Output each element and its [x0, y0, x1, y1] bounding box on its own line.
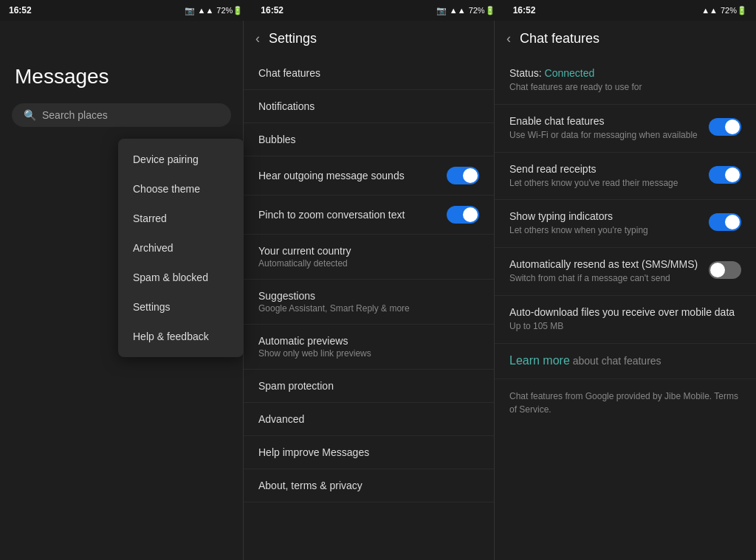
panel-settings: ‹ Settings Chat features Notifications B…: [244, 21, 495, 560]
settings-label-country: Your current country: [258, 245, 479, 257]
status-section-3: 16:52 ▲▲ 72%🔋: [504, 0, 756, 21]
battery-1: 72%🔋: [216, 6, 243, 15]
battery-3: 72%🔋: [721, 6, 747, 15]
settings-title: Settings: [269, 31, 317, 46]
toggle-knob-pinch-zoom: [463, 207, 478, 222]
dropdown-item-choose-theme[interactable]: Choose theme: [118, 174, 244, 204]
settings-label-pinch-zoom: Pinch to zoom conversation text: [258, 209, 447, 221]
chat-features-back-button[interactable]: ‹: [506, 31, 511, 46]
chat-status-label: Status: Connected: [509, 67, 741, 79]
chat-sub-download: Up to 105 MB: [509, 320, 741, 333]
status-section-1: 16:52 📷 ▲▲ 16:52 72%🔋: [0, 0, 252, 21]
chat-footer: Chat features from Google provided by Ji…: [495, 379, 756, 426]
settings-item-bubbles[interactable]: Bubbles: [244, 123, 494, 156]
signal-icon: ▲▲: [198, 6, 214, 15]
signal-icon-2: ▲▲: [450, 6, 466, 15]
settings-back-button[interactable]: ‹: [255, 31, 260, 46]
status-label-text: Status:: [509, 67, 542, 79]
signal-icon-3: ▲▲: [701, 6, 718, 15]
settings-item-country[interactable]: Your current country Automatically detec…: [244, 235, 494, 280]
dropdown-item-starred[interactable]: Starred: [118, 204, 244, 233]
dropdown-item-settings[interactable]: Settings: [118, 292, 244, 322]
chat-item-enable[interactable]: Enable chat features Use Wi-Fi or data f…: [495, 105, 756, 153]
settings-item-help-improve[interactable]: Help improve Messages: [244, 436, 494, 469]
status-section-2: 16:52 📷 ▲▲ 72%🔋: [252, 0, 504, 21]
camera-icon-2: 📷: [436, 6, 447, 15]
settings-item-advanced[interactable]: Advanced: [244, 403, 494, 436]
settings-item-suggestions[interactable]: Suggestions Google Assistant, Smart Repl…: [244, 280, 494, 325]
toggle-knob-typing: [725, 215, 740, 229]
settings-item-pinch-zoom[interactable]: Pinch to zoom conversation text: [244, 196, 494, 235]
toggle-enable-chat[interactable]: [709, 118, 741, 136]
settings-item-previews[interactable]: Automatic previews Show only web link pr…: [244, 325, 494, 370]
settings-label-about: About, terms & privacy: [258, 480, 479, 491]
chat-status-item: Status: Connected Chat features are read…: [495, 57, 756, 105]
dropdown-item-archived[interactable]: Archived: [118, 233, 244, 263]
settings-sub-previews: Show only web link previews: [258, 348, 479, 359]
settings-label-advanced: Advanced: [258, 413, 479, 425]
status-icons-1: 📷 ▲▲ 16:52 72%🔋: [185, 6, 244, 15]
status-icons-3: ▲▲ 72%🔋: [701, 6, 747, 15]
chat-label-resend: Automatically resend as text (SMS/MMS): [509, 258, 700, 270]
settings-item-spam[interactable]: Spam protection: [244, 370, 494, 403]
chat-label-enable: Enable chat features: [509, 115, 700, 127]
toggle-knob-read-receipts: [725, 167, 740, 182]
settings-item-notifications[interactable]: Notifications: [244, 90, 494, 123]
toggle-knob-enable-chat: [725, 120, 740, 134]
settings-sub-suggestions: Google Assistant, Smart Reply & more: [258, 303, 479, 314]
messages-title: Messages: [0, 21, 243, 103]
chat-sub-enable: Use Wi-Fi or data for messaging when ava…: [509, 129, 700, 142]
status-time-3: 16:52: [513, 5, 536, 15]
chat-learn-more-row: Learn more about chat features: [495, 344, 756, 380]
search-placeholder: Search places: [42, 109, 108, 121]
chat-sub-typing: Let others know when you're typing: [509, 224, 700, 237]
settings-item-about[interactable]: About, terms & privacy: [244, 469, 494, 502]
settings-label-chat-features: Chat features: [258, 67, 479, 79]
chat-item-read-receipts[interactable]: Send read receipts Let others know you'v…: [495, 153, 756, 201]
search-icon: 🔍: [24, 109, 36, 121]
settings-label-hear-sounds: Hear outgoing message sounds: [258, 170, 447, 182]
chat-sub-read-receipts: Let others know you've read their messag…: [509, 177, 700, 190]
settings-label-help-improve: Help improve Messages: [258, 446, 479, 458]
settings-item-hear-sounds[interactable]: Hear outgoing message sounds: [244, 156, 494, 196]
search-bar[interactable]: 🔍 Search places: [12, 103, 231, 127]
dropdown-item-device-pairing[interactable]: Device pairing: [118, 145, 244, 174]
settings-item-chat-features[interactable]: Chat features: [244, 57, 494, 90]
toggle-knob-resend: [710, 263, 725, 277]
settings-label-bubbles: Bubbles: [258, 134, 479, 145]
status-bar: 16:52 📷 ▲▲ 16:52 72%🔋 16:52 📷 ▲▲ 72%🔋 16…: [0, 0, 756, 21]
settings-label-spam: Spam protection: [258, 380, 479, 392]
chat-features-header: ‹ Chat features: [495, 21, 756, 57]
camera-icon: 📷: [185, 6, 195, 15]
dropdown-menu: Device pairing Choose theme Starred Arch…: [118, 139, 244, 357]
learn-more-link[interactable]: Learn more: [509, 354, 570, 367]
panel-messages: Messages 🔍 Search places Device pairing …: [0, 21, 244, 560]
main-content: Messages 🔍 Search places Device pairing …: [0, 21, 756, 560]
chat-item-typing[interactable]: Show typing indicators Let others know w…: [495, 200, 756, 248]
toggle-typing[interactable]: [709, 213, 741, 231]
status-connected-text: Connected: [545, 67, 595, 79]
toggle-knob-hear-sounds: [463, 168, 478, 183]
chat-label-download: Auto-download files you receive over mob…: [509, 306, 741, 318]
chat-label-read-receipts: Send read receipts: [509, 163, 700, 175]
settings-label-previews: Automatic previews: [258, 335, 479, 347]
dropdown-item-help-feedback[interactable]: Help & feedback: [118, 322, 244, 351]
chat-features-title: Chat features: [520, 31, 599, 46]
dropdown-item-spam-blocked[interactable]: Spam & blocked: [118, 263, 244, 292]
chat-sub-resend: Switch from chat if a message can't send: [509, 272, 700, 285]
status-time-2: 16:52: [261, 5, 284, 15]
chat-item-download[interactable]: Auto-download files you receive over mob…: [495, 296, 756, 344]
chat-item-resend[interactable]: Automatically resend as text (SMS/MMS) S…: [495, 248, 756, 296]
toggle-pinch-zoom[interactable]: [447, 206, 479, 224]
learn-more-suffix: about chat features: [570, 355, 662, 367]
settings-header: ‹ Settings: [244, 21, 494, 57]
chat-label-typing: Show typing indicators: [509, 210, 700, 222]
toggle-hear-sounds[interactable]: [447, 167, 479, 184]
status-time-1: 16:52: [9, 5, 32, 15]
settings-label-suggestions: Suggestions: [258, 290, 479, 302]
toggle-read-receipts[interactable]: [709, 166, 741, 184]
status-icons-2: 📷 ▲▲ 72%🔋: [436, 6, 495, 15]
toggle-resend[interactable]: [709, 261, 741, 279]
battery-2: 72%🔋: [469, 6, 495, 15]
chat-status-sub: Chat features are ready to use for: [509, 81, 741, 94]
